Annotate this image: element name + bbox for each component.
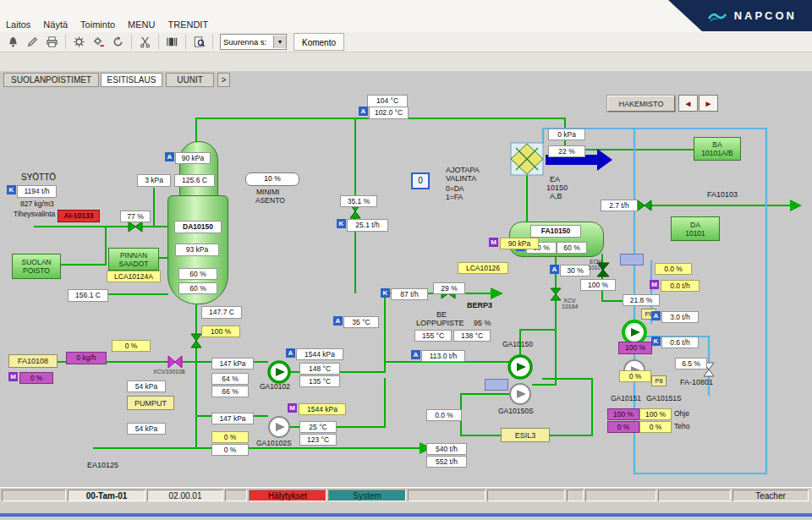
menu-menu[interactable]: MENU — [128, 19, 155, 30]
fa10103-flow: 2.7 t/h — [601, 200, 638, 211]
pinnan-saadot-button[interactable]: PINNAN SAADOT — [108, 248, 159, 271]
pump-dp-2: 54 kPa — [127, 423, 166, 435]
teho-label: Teho — [674, 422, 689, 430]
right-flow-sp-2[interactable]: 0.0 t/h — [661, 280, 700, 292]
badge-a-icon: A — [333, 316, 343, 326]
brand-banner: NAPCON — [658, 0, 812, 31]
gear-settings-icon[interactable] — [69, 34, 89, 51]
ohje-value-pump1[interactable]: 100 % — [607, 408, 639, 420]
da10101-button[interactable]: DA 10101 — [671, 216, 720, 241]
column-name[interactable]: DA10150 — [174, 221, 222, 233]
column-left-temp: 156.1 C — [68, 289, 108, 302]
ga10102s-temp-1: 25 °C — [299, 421, 337, 433]
level-controller-lca10126[interactable]: LCA10126 — [458, 262, 508, 274]
toolbar-separator — [212, 35, 213, 49]
pumput-button[interactable]: PUMPUT — [127, 396, 174, 410]
ga10151-speed[interactable]: 100 % — [618, 342, 652, 354]
hakemisto-button[interactable]: HAKEMISTO — [607, 96, 675, 112]
pump-dp-1: 54 kPa — [127, 380, 166, 392]
menu-trendit[interactable]: TRENDIT — [167, 19, 208, 30]
print-icon[interactable] — [42, 34, 62, 51]
esil3-button[interactable]: ESIL3 — [501, 428, 550, 442]
right-flow-sp-1[interactable]: 0.0 % — [655, 263, 692, 275]
tab-uunit[interactable]: UUNIT — [166, 73, 214, 87]
feed-density-select-label: Tiheysvalinta — [14, 210, 55, 218]
menu-toiminto[interactable]: Toiminto — [80, 19, 115, 30]
column-da10150-top[interactable] — [179, 141, 218, 199]
ba10101-line1: BA — [694, 140, 740, 149]
reflux-valve-pos: 35.1 % — [340, 195, 377, 207]
ga10102-load-2: 66 % — [211, 386, 249, 397]
fa10108-output[interactable]: 0 % — [19, 372, 53, 384]
ga10102s-load-sp[interactable]: 0 % — [211, 431, 249, 443]
fa10150-pressure-sp[interactable]: 90 kPa — [500, 238, 539, 249]
eov-label-2: 10107 — [588, 265, 604, 271]
reflux-flow: 25.1 t/h — [347, 219, 388, 232]
level-controller-lca10124a[interactable]: LCA10124A — [107, 271, 161, 282]
minimi-label-2: ASENTO — [255, 196, 285, 205]
alarm-bell-icon[interactable] — [3, 34, 23, 51]
ga10151s-speed[interactable]: 0 % — [619, 370, 651, 382]
teho-value-pump1[interactable]: 0 % — [607, 421, 639, 433]
status-empty-cell — [225, 490, 247, 501]
page-next-button[interactable]: ► — [699, 95, 718, 112]
minimi-asento-value[interactable]: 10 % — [245, 172, 299, 186]
refresh-icon[interactable] — [108, 34, 128, 51]
fa10150-name[interactable]: FA10150 — [530, 225, 581, 238]
ga10102s-pressure-sp[interactable]: 1544 kPa — [299, 403, 346, 415]
badge-m-icon: M — [489, 238, 498, 247]
gear-tools-icon[interactable] — [89, 34, 108, 51]
komento-button[interactable]: Komento — [294, 33, 344, 51]
pinnan-saadot-line2: SAADOT — [109, 260, 158, 268]
status-system-button[interactable]: System — [328, 490, 406, 501]
badge-k-icon: K — [7, 185, 16, 194]
zoom-select[interactable]: Suurenna s: ▾ — [220, 34, 287, 50]
mid-valve-pos: 0.0 % — [426, 409, 462, 421]
feed-flow: 1194 t/h — [17, 185, 57, 198]
p8-tag: P8 — [651, 375, 667, 386]
badge-a-icon: A — [165, 152, 174, 161]
ajotapa-option-1: 1=FA — [446, 193, 463, 201]
tab-more-button[interactable]: > — [217, 73, 230, 87]
ga10150s-label: GA10150S — [498, 407, 534, 415]
teho-value-pump2[interactable]: 0 % — [639, 421, 672, 433]
menu-nayta[interactable]: Näytä — [43, 19, 68, 30]
ga10102-suction-pressure: 147 kPa — [211, 358, 254, 369]
toolbar-separator — [158, 35, 159, 49]
tab-esitislaus[interactable]: ESITISLAUS — [101, 73, 162, 87]
ajotapa-value[interactable]: 0 — [411, 172, 430, 189]
status-bar: 00-Tam-01 02.00.01 Hälytykset System Tea… — [0, 487, 812, 504]
ohje-value-pump2[interactable]: 100 % — [639, 408, 672, 420]
ea10150-label-2: 10150 — [546, 183, 568, 192]
brand-name: NAPCON — [734, 9, 797, 22]
heat-exchanger-ea10150[interactable] — [511, 143, 543, 175]
ba10101-button[interactable]: BA 10101A/B — [694, 137, 741, 161]
ga10102s-temp-2: 123 °C — [299, 434, 337, 446]
cut-icon[interactable] — [135, 34, 155, 51]
page-prev-button[interactable]: ◄ — [678, 95, 698, 112]
status-alarms-button[interactable]: Hälytykset — [249, 490, 326, 501]
column-bottom-valve-sp[interactable]: 100 % — [201, 326, 240, 337]
be-temp-1: 155 °C — [414, 330, 452, 342]
edit-icon[interactable] — [23, 34, 42, 51]
suolan-poisto-button[interactable]: SUOLAN POISTO — [12, 254, 61, 279]
chevron-down-icon[interactable]: ▾ — [273, 36, 286, 48]
xcv10164-label-1: XCV — [563, 298, 575, 304]
fa10801-label: FA-10801 — [680, 378, 713, 386]
zoom-page-icon[interactable] — [189, 34, 209, 51]
bottoms-flow-1: 540 t/h — [426, 443, 467, 455]
be-target: 95 % — [474, 319, 491, 327]
ga10102s-label: GA10102S — [256, 439, 292, 447]
fa10801-valve-pos: 6.5 % — [675, 358, 707, 369]
fa10108-button[interactable]: FA10108 — [8, 354, 58, 368]
status-empty-cell — [408, 490, 486, 501]
barcode-icon[interactable] — [162, 34, 182, 51]
feed-analyzer-alarm[interactable]: AI-10133 — [58, 210, 100, 222]
feed-density: 827 kg/m3 — [20, 200, 54, 208]
fa10108-valve-sp[interactable]: 0 % — [112, 340, 151, 352]
ga10102s-suction-pressure: 147 kPa — [211, 413, 254, 424]
menu-bar: Laitos Näytä Toiminto MENU TRENDIT NAPCO… — [0, 0, 812, 33]
xcv100108-label: XCV100108 — [153, 369, 185, 375]
menu-laitos[interactable]: Laitos — [6, 19, 30, 30]
tab-suolanpoistimet[interactable]: SUOLANPOISTIMET — [3, 73, 99, 87]
